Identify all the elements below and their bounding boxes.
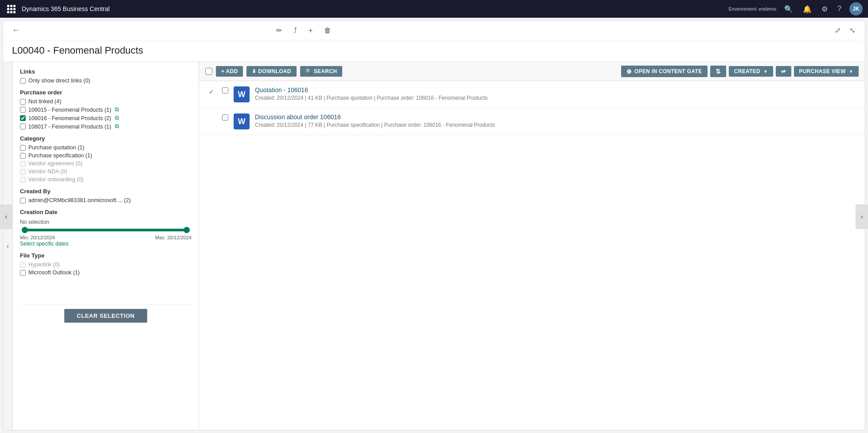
- po-not-linked-checkbox[interactable]: [20, 99, 26, 105]
- date-slider-container: No selection Min: 20/12/2024 Max: 20/12/…: [20, 219, 192, 247]
- cat-vendor-nda: Vendor NDA (0): [20, 168, 192, 175]
- created-by-section: Created By admin@CRMbc983381.onmicrosoft…: [20, 188, 192, 203]
- notifications-button[interactable]: 🔔: [801, 4, 813, 14]
- created-dropdown-arrow: ▼: [763, 69, 768, 74]
- settings-button[interactable]: ⚙: [820, 4, 829, 14]
- select-specific-dates-link[interactable]: Select specific dates: [20, 241, 68, 247]
- cat-purchase-specification-checkbox[interactable]: [20, 153, 26, 159]
- doc1-checkmark-col: ✓: [206, 86, 217, 95]
- po-106016-link-icon[interactable]: ⧉: [115, 115, 119, 121]
- edit-button[interactable]: ✏: [274, 24, 285, 36]
- doc2-icon-letter: W: [238, 117, 246, 126]
- sort-button[interactable]: ⇅: [710, 66, 726, 77]
- download-button[interactable]: ⬇ DOWNLOAD: [246, 66, 296, 77]
- toolbar-right: ⊕ OPEN IN CONTENT GATE ⇅ CREATED ▼ ⇌ PUR: [621, 66, 859, 77]
- clear-selection-button[interactable]: CLEAR SELECTION: [64, 309, 147, 323]
- created-by-title: Created By: [20, 188, 192, 195]
- direct-links-filter[interactable]: Only show direct links (0): [20, 78, 192, 84]
- po-not-linked-label: Not linked (4): [28, 98, 61, 105]
- po-106017-label: 106017 - Fenomenal Products (1): [28, 124, 111, 130]
- share-button[interactable]: ⤴: [291, 24, 300, 36]
- po-106016-checkbox[interactable]: [20, 115, 26, 121]
- new-button[interactable]: +: [306, 24, 315, 36]
- purchase-order-section: Purchase order Not linked (4) 106015 - F…: [20, 89, 192, 130]
- filetype-outlook-checkbox[interactable]: [20, 270, 26, 276]
- doc2-icon: W: [234, 113, 250, 129]
- top-nav-bar: Dynamics 365 Business Central Environmen…: [0, 0, 868, 18]
- purchase-view-label: PURCHASE VIEW: [799, 68, 846, 74]
- slider-labels: Min: 20/12/2024 Max: 20/12/2024: [20, 235, 192, 240]
- delete-button[interactable]: 🗑: [321, 24, 334, 36]
- link-icon-button[interactable]: ⇌: [776, 66, 791, 77]
- sidebar: Links Only show direct links (0) Purchas…: [13, 62, 199, 430]
- cat-vendor-agreement-checkbox: [20, 161, 26, 167]
- doc2-checkbox[interactable]: [222, 114, 228, 121]
- po-106015-link-icon[interactable]: ⧉: [115, 106, 119, 113]
- nav-left: Dynamics 365 Business Central: [5, 4, 109, 14]
- cat-purchase-quotation-checkbox[interactable]: [20, 145, 26, 151]
- nav-arrow-right[interactable]: ›: [856, 204, 868, 229]
- page-title-row: L00040 - Fenomenal Products: [3, 40, 865, 62]
- doc1-check[interactable]: [222, 86, 228, 95]
- po-filter-106015[interactable]: 106015 - Fenomenal Products (1) ⧉: [20, 106, 192, 113]
- select-all-checkbox[interactable]: [205, 68, 212, 75]
- file-type-section: File Type Hyperlink (0) Microsoft Outloo…: [20, 252, 192, 304]
- doc1-meta: Created: 20/12/2024 | 41 KB | Purchase q…: [255, 95, 858, 101]
- search-nav-button[interactable]: 🔍: [782, 4, 795, 14]
- expand-button[interactable]: ⤢: [832, 24, 843, 36]
- po-filter-106016[interactable]: 106016 - Fenomenal Products (2) ⧉: [20, 115, 192, 121]
- range-thumb-left[interactable]: [22, 227, 28, 233]
- sidebar-collapse-button[interactable]: ‹: [3, 62, 13, 430]
- slider-min-label: Min: 20/12/2024: [20, 235, 55, 240]
- sort-icon: ⇅: [716, 68, 721, 75]
- avatar[interactable]: JK: [849, 2, 863, 16]
- page-toolbar: ← ✏ ⤴ + 🗑 ⤢ ⤡: [3, 21, 865, 40]
- filetype-hyperlink-checkbox: [20, 262, 26, 268]
- help-button[interactable]: ?: [836, 4, 843, 14]
- back-button[interactable]: ←: [10, 25, 22, 36]
- page-expand-buttons: ⤢ ⤡: [832, 24, 858, 36]
- doc2-checkmark-col: ✓: [206, 113, 217, 122]
- created-by-admin[interactable]: admin@CRMbc983381.onmicrosoft.... (2): [20, 197, 192, 203]
- po-106017-checkbox[interactable]: [20, 124, 26, 129]
- content-gate-icon: ⊕: [626, 68, 632, 75]
- direct-links-checkbox[interactable]: [20, 78, 26, 84]
- link-icon: ⇌: [781, 68, 786, 74]
- doc2-title[interactable]: Discussion about order 106016: [255, 113, 858, 121]
- doc2-meta: Created: 20/12/2024 | 77 KB | Purchase s…: [255, 122, 858, 128]
- document-item-2[interactable]: ✓ W Discussion about order 106016 Create…: [199, 108, 865, 135]
- nav-arrow-left[interactable]: ‹: [0, 204, 12, 229]
- range-thumb-right[interactable]: [184, 227, 190, 233]
- doc2-check[interactable]: [222, 113, 228, 122]
- created-label: CREATED: [734, 68, 760, 74]
- filetype-outlook[interactable]: Microsoft Outlook (1): [20, 269, 192, 276]
- docs-toolbar: + ADD ⬇ DOWNLOAD 🔍 SEARCH ⊕ OPEN IN CONT…: [199, 62, 865, 81]
- creation-date-section: Creation Date No selection Min: 20/12/20…: [20, 209, 192, 247]
- cat-vendor-onboarding: Vendor onboarding (0): [20, 176, 192, 183]
- cat-purchase-quotation[interactable]: Purchase quotation (1): [20, 144, 192, 151]
- links-section-title: Links: [20, 68, 192, 75]
- sidebar-bottom-bar: CLEAR SELECTION: [20, 304, 192, 327]
- created-by-admin-checkbox[interactable]: [20, 198, 26, 203]
- file-type-title: File Type: [20, 252, 192, 259]
- filetype-hyperlink: Hyperlink (0): [20, 261, 192, 268]
- content-gate-button[interactable]: ⊕ OPEN IN CONTENT GATE: [621, 66, 708, 77]
- search-docs-button[interactable]: 🔍 SEARCH: [300, 66, 342, 77]
- app-title: Dynamics 365 Business Central: [22, 5, 109, 12]
- cat-purchase-specification[interactable]: Purchase specification (1): [20, 152, 192, 159]
- po-106017-link-icon[interactable]: ⧉: [115, 123, 119, 130]
- document-item-1[interactable]: ✓ W Quotation - 106016 Created: 20/12/20…: [199, 81, 865, 108]
- po-106015-label: 106015 - Fenomenal Products (1): [28, 107, 111, 113]
- add-button[interactable]: + ADD: [216, 66, 243, 77]
- created-button[interactable]: CREATED ▼: [729, 66, 773, 77]
- collapse-button[interactable]: ⤡: [847, 24, 858, 36]
- po-filter-106017[interactable]: 106017 - Fenomenal Products (1) ⧉: [20, 123, 192, 130]
- nav-grid-button[interactable]: [5, 4, 17, 14]
- po-filter-not-linked[interactable]: Not linked (4): [20, 98, 192, 105]
- date-range-slider[interactable]: [22, 229, 190, 231]
- po-106015-checkbox[interactable]: [20, 107, 26, 113]
- documents-list: ✓ W Quotation - 106016 Created: 20/12/20…: [199, 81, 865, 430]
- doc1-title[interactable]: Quotation - 106016: [255, 86, 858, 94]
- doc1-checkbox[interactable]: [222, 87, 228, 94]
- purchase-view-button[interactable]: PURCHASE VIEW ▼: [794, 66, 859, 77]
